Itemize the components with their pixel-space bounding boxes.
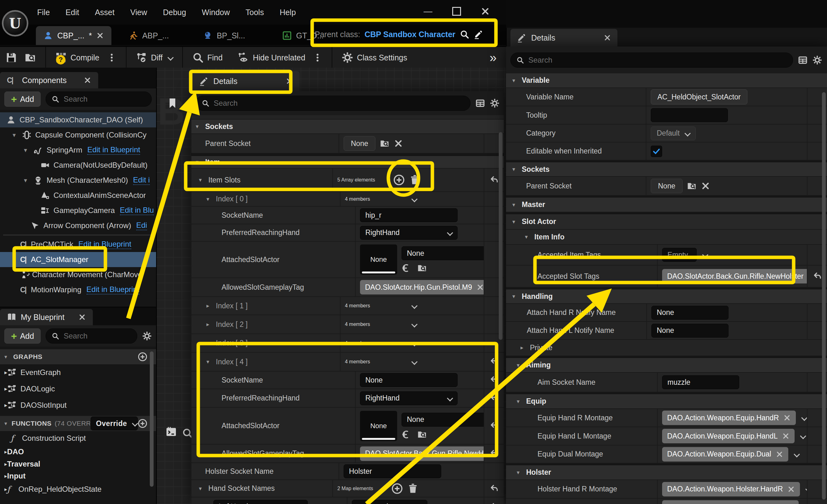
- menu-tools[interactable]: Tools: [245, 8, 264, 17]
- save-button[interactable]: [0, 52, 21, 63]
- tooltip-field[interactable]: [651, 108, 728, 122]
- equip-section-header[interactable]: ▾Equip: [506, 394, 827, 409]
- add-map-element-icon[interactable]: [391, 483, 403, 494]
- gameplay-tag-chip[interactable]: DAO.SlotActor.Hip.Gun.Pistol.M9: [360, 280, 484, 295]
- revert-icon[interactable]: [489, 449, 499, 458]
- remove-tag-icon[interactable]: [787, 486, 795, 493]
- master-section-header[interactable]: ▾Master: [506, 198, 827, 212]
- menu-debug[interactable]: Debug: [163, 8, 186, 17]
- edit-in-blueprint-link[interactable]: Edit in Blueprint: [78, 240, 131, 249]
- details-mid-scrollbar[interactable]: [499, 132, 502, 340]
- toolbar-overflow-icon[interactable]: »: [490, 51, 497, 65]
- details-right-search[interactable]: [510, 53, 793, 68]
- details-right-scrollbar[interactable]: [822, 92, 826, 500]
- index1-row[interactable]: ▸Index [ 1 ] 4 members: [191, 297, 504, 315]
- tab-cbp[interactable]: CBP_...*: [36, 26, 111, 45]
- edit-parent-class-icon[interactable]: [474, 30, 483, 39]
- slot-actor-section-header[interactable]: ▾Slot Actor: [506, 214, 827, 230]
- tree-row-springarm[interactable]: ▾ SpringArm Edit in Blueprint: [0, 143, 156, 158]
- details-mid-search[interactable]: [196, 96, 471, 111]
- item-section-header[interactable]: ▾Item: [191, 156, 504, 169]
- maximize-icon[interactable]: [451, 6, 462, 17]
- montage-tag-chip[interactable]: DAO.Action.Weapon.Equip.Dual: [662, 447, 788, 461]
- my-blueprint-tab[interactable]: My Blueprint: [0, 309, 93, 325]
- components-search[interactable]: [46, 92, 152, 107]
- index0-row[interactable]: ▾Index [ 0 ] 4 members: [191, 192, 504, 207]
- bookmark-chevron-icon[interactable]: [181, 102, 191, 107]
- display-filter-icon[interactable]: [798, 55, 808, 65]
- edit-in-blueprint-link[interactable]: Edit i: [133, 175, 150, 185]
- details-settings-icon[interactable]: [490, 98, 499, 108]
- item-info-header-row[interactable]: ▾Item Info: [506, 230, 827, 245]
- my-blueprint-scrollbar[interactable]: [150, 351, 154, 487]
- hide-unrelated-button[interactable]: Hide Unrelated: [234, 52, 309, 63]
- tree-row-ac-slotmanager[interactable]: C| AC_SlotManager: [0, 252, 156, 267]
- tag-dropdown-icon[interactable]: [801, 415, 807, 421]
- clear-socket-icon[interactable]: [701, 181, 710, 191]
- tree-row-self[interactable]: CBP_SandboxCharacter_DAO (Self): [0, 112, 156, 128]
- asset-thumbnail[interactable]: None: [360, 244, 397, 275]
- add-array-element-icon[interactable]: [393, 174, 405, 186]
- override-dropdown[interactable]: Override: [91, 416, 138, 431]
- compile-button[interactable]: ? Compile: [52, 52, 103, 63]
- index4-row[interactable]: ▾Index [ 4 ] 4 members: [191, 353, 504, 371]
- members-chevron-icon[interactable]: [411, 196, 418, 202]
- aiming-section-header[interactable]: ▾Aiming: [506, 358, 827, 373]
- revert-icon[interactable]: [489, 375, 499, 385]
- editable-checkbox[interactable]: [651, 146, 662, 157]
- components-search-input[interactable]: [63, 94, 146, 104]
- tree-row-gameplaycamera[interactable]: GameplayCamera Edit in Blu: [0, 203, 156, 218]
- hide-unrelated-options-icon[interactable]: [309, 53, 326, 62]
- components-tab[interactable]: C| Components: [0, 72, 98, 88]
- revert-icon[interactable]: [813, 271, 822, 281]
- find-button[interactable]: Find: [189, 52, 227, 63]
- my-blueprint-tab-close-icon[interactable]: [78, 313, 86, 321]
- details-mid-tab-close-icon[interactable]: [286, 78, 293, 85]
- my-blueprint-settings-icon[interactable]: [142, 331, 152, 341]
- asset-thumbnail[interactable]: None: [360, 411, 397, 441]
- graphs-section-header[interactable]: ▾GRAPHS: [0, 349, 156, 364]
- browse-asset-button[interactable]: [21, 52, 40, 63]
- parent-socket-value[interactable]: None: [651, 179, 683, 193]
- search-icon[interactable]: [460, 30, 469, 39]
- function-row-onrep[interactable]: ▸ƒOnRep_HeldObjectState: [0, 482, 156, 496]
- clear-array-icon[interactable]: [409, 174, 421, 186]
- diff-button[interactable]: Diff: [132, 52, 177, 63]
- tree-row-contextualanim[interactable]: ContextualAnimSceneActor: [0, 188, 156, 203]
- edit-in-blueprint-link[interactable]: Edi: [136, 221, 147, 230]
- details-right-tab[interactable]: Details: [510, 29, 618, 47]
- remove-tag-icon[interactable]: [783, 414, 791, 421]
- reaching-hand-dropdown[interactable]: RightHand: [360, 226, 457, 240]
- close-icon[interactable]: [480, 6, 491, 17]
- reaching-hand-dropdown[interactable]: RightHand: [360, 391, 457, 405]
- my-blueprint-search[interactable]: [46, 329, 137, 344]
- menu-view[interactable]: View: [130, 8, 147, 17]
- edit-in-blueprint-link[interactable]: Edit in Blueprint: [87, 285, 139, 295]
- remove-tag-icon[interactable]: [477, 284, 484, 291]
- display-filter-icon[interactable]: [476, 98, 485, 108]
- add-component-button[interactable]: +Add: [4, 92, 41, 107]
- socketname-field[interactable]: hip_r: [360, 208, 457, 222]
- details-mid-search-input[interactable]: [213, 98, 465, 108]
- add-blueprint-item-button[interactable]: +Add: [4, 329, 41, 344]
- montage-tag-chip[interactable]: DAO.Action.Weapon.Equip.HandR: [662, 411, 796, 425]
- use-selected-asset-icon[interactable]: [401, 263, 411, 273]
- revert-icon[interactable]: [489, 484, 499, 493]
- handling-section-header[interactable]: ▾Handling: [506, 290, 827, 304]
- browse-asset-icon[interactable]: [417, 430, 427, 439]
- functions-section-header[interactable]: ▾FUNCTIONS (74 OVERRID Override: [0, 416, 156, 431]
- details-right-tab-close-icon[interactable]: [603, 34, 611, 42]
- clear-socket-icon[interactable]: [394, 139, 403, 148]
- tags-dropdown-icon[interactable]: [702, 252, 709, 258]
- menu-help[interactable]: Help: [280, 8, 296, 17]
- tag-dropdown-icon[interactable]: [794, 451, 800, 457]
- function-row-construction-script[interactable]: ƒConstruction Script: [0, 431, 156, 446]
- revert-icon[interactable]: [489, 175, 499, 185]
- attach-hand-r-field[interactable]: None: [651, 306, 729, 320]
- edit-in-blueprint-link[interactable]: Edit in Blu: [120, 206, 154, 215]
- compile-options-icon[interactable]: [103, 53, 120, 62]
- accepted-item-tags-value[interactable]: Empty: [662, 248, 697, 262]
- menu-edit[interactable]: Edit: [65, 8, 79, 17]
- montage-tag-chip[interactable]: DAO.Action.Weapon.Holster.HandR: [662, 482, 800, 496]
- graph-row-daoslotinput[interactable]: ▸ DAOSlotInput: [0, 397, 156, 413]
